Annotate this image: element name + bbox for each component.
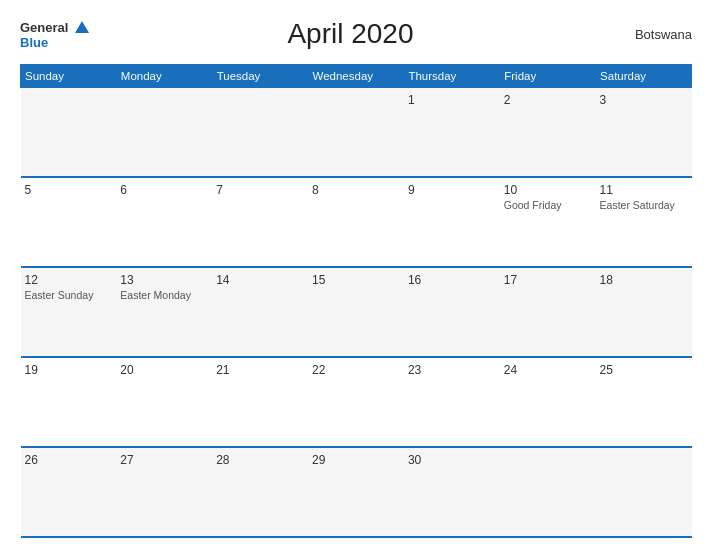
table-row: 1 — [404, 88, 500, 178]
holiday-label: Easter Sunday — [25, 289, 113, 301]
calendar-week-row: 2627282930 — [21, 447, 692, 537]
table-row: 17 — [500, 267, 596, 357]
day-number: 15 — [312, 273, 400, 287]
col-tuesday: Tuesday — [212, 65, 308, 88]
day-number: 8 — [312, 183, 400, 197]
col-saturday: Saturday — [596, 65, 692, 88]
header: General Blue April 2020 Botswana — [20, 18, 692, 50]
day-number: 5 — [25, 183, 113, 197]
day-number: 11 — [600, 183, 688, 197]
table-row: 15 — [308, 267, 404, 357]
table-row: 11Easter Saturday — [596, 177, 692, 267]
table-row — [308, 88, 404, 178]
day-number: 20 — [120, 363, 208, 377]
table-row — [21, 88, 117, 178]
col-wednesday: Wednesday — [308, 65, 404, 88]
table-row: 28 — [212, 447, 308, 537]
col-monday: Monday — [116, 65, 212, 88]
table-row: 9 — [404, 177, 500, 267]
col-sunday: Sunday — [21, 65, 117, 88]
table-row — [596, 447, 692, 537]
col-thursday: Thursday — [404, 65, 500, 88]
logo-general: General — [20, 18, 89, 36]
calendar-week-row: 12Easter Sunday13Easter Monday1415161718 — [21, 267, 692, 357]
logo-general-text: General — [20, 20, 68, 35]
day-number: 17 — [504, 273, 592, 287]
col-friday: Friday — [500, 65, 596, 88]
day-number: 24 — [504, 363, 592, 377]
logo: General Blue — [20, 18, 89, 50]
day-number: 13 — [120, 273, 208, 287]
day-number: 23 — [408, 363, 496, 377]
calendar-week-row: 5678910Good Friday11Easter Saturday — [21, 177, 692, 267]
table-row: 14 — [212, 267, 308, 357]
holiday-label: Good Friday — [504, 199, 592, 211]
table-row: 16 — [404, 267, 500, 357]
day-number: 16 — [408, 273, 496, 287]
table-row — [500, 447, 596, 537]
calendar-header-row: Sunday Monday Tuesday Wednesday Thursday… — [21, 65, 692, 88]
table-row: 6 — [116, 177, 212, 267]
table-row: 3 — [596, 88, 692, 178]
day-number: 30 — [408, 453, 496, 467]
day-number: 19 — [25, 363, 113, 377]
table-row: 29 — [308, 447, 404, 537]
table-row: 2 — [500, 88, 596, 178]
day-number: 22 — [312, 363, 400, 377]
page: General Blue April 2020 Botswana Sunday … — [0, 0, 712, 550]
day-number: 14 — [216, 273, 304, 287]
day-number: 6 — [120, 183, 208, 197]
table-row: 30 — [404, 447, 500, 537]
table-row: 18 — [596, 267, 692, 357]
table-row: 13Easter Monday — [116, 267, 212, 357]
table-row: 7 — [212, 177, 308, 267]
table-row: 24 — [500, 357, 596, 447]
day-number: 27 — [120, 453, 208, 467]
logo-blue-text: Blue — [20, 36, 89, 50]
table-row: 23 — [404, 357, 500, 447]
table-row: 27 — [116, 447, 212, 537]
table-row: 5 — [21, 177, 117, 267]
calendar-table: Sunday Monday Tuesday Wednesday Thursday… — [20, 64, 692, 538]
day-number: 1 — [408, 93, 496, 107]
day-number: 12 — [25, 273, 113, 287]
day-number: 10 — [504, 183, 592, 197]
holiday-label: Easter Monday — [120, 289, 208, 301]
table-row: 10Good Friday — [500, 177, 596, 267]
day-number: 26 — [25, 453, 113, 467]
table-row: 8 — [308, 177, 404, 267]
table-row: 26 — [21, 447, 117, 537]
table-row — [212, 88, 308, 178]
table-row — [116, 88, 212, 178]
table-row: 19 — [21, 357, 117, 447]
country-label: Botswana — [612, 27, 692, 42]
day-number: 28 — [216, 453, 304, 467]
table-row: 22 — [308, 357, 404, 447]
day-number: 21 — [216, 363, 304, 377]
table-row: 12Easter Sunday — [21, 267, 117, 357]
logo-triangle-icon — [75, 21, 89, 33]
day-number: 3 — [600, 93, 688, 107]
day-number: 7 — [216, 183, 304, 197]
day-number: 25 — [600, 363, 688, 377]
calendar-week-row: 19202122232425 — [21, 357, 692, 447]
calendar-title: April 2020 — [89, 18, 612, 50]
table-row: 21 — [212, 357, 308, 447]
calendar-week-row: 123 — [21, 88, 692, 178]
table-row: 25 — [596, 357, 692, 447]
day-number: 9 — [408, 183, 496, 197]
holiday-label: Easter Saturday — [600, 199, 688, 211]
day-number: 2 — [504, 93, 592, 107]
day-number: 29 — [312, 453, 400, 467]
day-number: 18 — [600, 273, 688, 287]
table-row: 20 — [116, 357, 212, 447]
